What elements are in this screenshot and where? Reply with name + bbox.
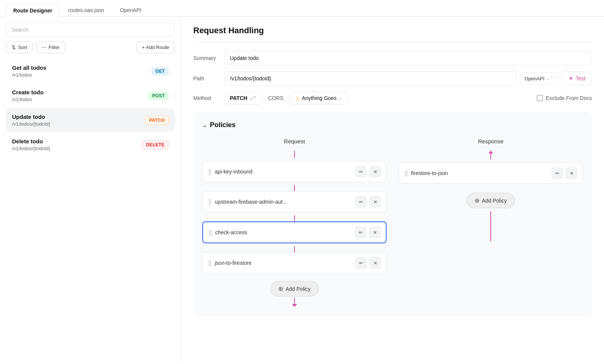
add-policy-label: Add Policy (285, 286, 310, 292)
tab-bar: Route Designer routes.oas.json OpenAPI (0, 0, 604, 17)
remove-policy-button[interactable]: ✕ (370, 196, 381, 207)
test-button[interactable]: ✦ Test (562, 72, 592, 85)
response-column: Response ⣿ firestore-to-json ✏ (399, 138, 583, 307)
route-path: /v1/todos/{todoId} (12, 146, 50, 151)
cors-label: CORS (268, 95, 283, 101)
close-icon: ✕ (373, 260, 378, 266)
edit-policy-button[interactable]: ✏ (355, 227, 366, 238)
method-label: Method (193, 95, 220, 101)
add-response-policy-button[interactable]: ⊕ Add Policy (467, 193, 515, 208)
summary-row: Summary (193, 51, 592, 65)
filter-icon: ⋯ (42, 45, 46, 50)
remove-policy-button[interactable]: ✕ (566, 167, 577, 179)
route-path: /v1/todos (12, 72, 46, 78)
policy-item-check-access[interactable]: ⣿ check-access ✏ ✕ (202, 221, 387, 243)
main-layout: ⇅ Sort ⋯ Filter + Add Route Get all todo… (0, 17, 604, 362)
policy-item-api-key-inbound[interactable]: ⣿ api-key-inbound ✏ ✕ (202, 161, 387, 182)
remove-policy-button[interactable]: ✕ (369, 227, 381, 238)
policy-item-upstream-firebase[interactable]: ⣿ upstream-firebase-admin-aut... ✏ ✕ (202, 191, 387, 212)
policies-header: ⌄ Policies (202, 121, 583, 129)
route-name: Delete todo (12, 138, 50, 144)
pencil-icon: ✏ (359, 199, 363, 205)
edit-policy-button[interactable]: ✏ (355, 166, 367, 177)
add-request-policy-button[interactable]: ⊕ Add Policy (270, 281, 318, 296)
route-path: /v1/todos/{todoId} (12, 121, 50, 127)
policy-name: json-to-firestore (215, 260, 352, 266)
drag-handle-icon: ⣿ (208, 199, 212, 205)
collapse-policies-icon[interactable]: ⌄ (202, 122, 207, 128)
route-name: Get all todos (12, 65, 46, 71)
sort-label: Sort (18, 45, 27, 50)
policy-name: api-key-inbound (215, 169, 352, 175)
drag-handle-icon: ⣿ (404, 170, 408, 176)
edit-policy-button[interactable]: ✏ (355, 196, 367, 207)
tab-routes-oas[interactable]: routes.oas.json (61, 4, 111, 16)
close-icon: ✕ (373, 169, 378, 175)
toolbar: ⇅ Sort ⋯ Filter + Add Route (6, 41, 175, 53)
plus-icon: ⊕ (278, 285, 283, 292)
tab-openapi[interactable]: OpenAPI (112, 4, 148, 16)
filter-button[interactable]: ⋯ Filter (36, 41, 65, 53)
policies-section: ⌄ Policies Request ⣿ api-key-inbound (193, 112, 592, 316)
route-item-create-todo[interactable]: Create todo /v1/todos POST (6, 84, 175, 108)
policies-columns: Request ⣿ api-key-inbound ✏ ✕ (202, 138, 583, 307)
policy-name: upstream-firebase-admin-aut... (215, 199, 352, 205)
exclude-docs-row: Exclude From Docs (537, 95, 592, 101)
route-item-get-all-todos[interactable]: Get all todos /v1/todos GET (6, 59, 175, 83)
add-route-label: + Add Route (142, 45, 169, 50)
edit-policy-button[interactable]: ✏ (552, 167, 563, 179)
drag-handle-icon: ⣿ (208, 229, 212, 235)
summary-label: Summary (193, 55, 220, 61)
method-badge-delete: DELETE (142, 140, 169, 149)
chevron-cors-icon: ⌄ (339, 96, 342, 101)
openapi-label: OpenAPI (525, 76, 545, 81)
request-column: Request ⣿ api-key-inbound ✏ ✕ (202, 138, 387, 307)
summary-input[interactable] (224, 51, 592, 65)
remove-policy-button[interactable]: ✕ (370, 257, 381, 269)
path-label: Path (193, 75, 220, 81)
policy-item-firestore-to-json[interactable]: ⣿ firestore-to-json ✏ ✕ (399, 163, 583, 184)
tab-route-designer[interactable]: Route Designer (6, 4, 59, 17)
sparkle-icon: ✦ (569, 75, 573, 82)
close-icon: ✕ (570, 170, 574, 176)
route-item-update-todo[interactable]: Update todo /v1/todos/{todoId} PATCH (6, 108, 175, 132)
search-input[interactable] (6, 23, 175, 37)
remove-policy-button[interactable]: ✕ (370, 166, 381, 177)
cors-value: Anything Goes (302, 95, 337, 101)
left-panel: ⇅ Sort ⋯ Filter + Add Route Get all todo… (0, 17, 181, 362)
close-icon: ✕ (373, 230, 377, 235)
response-column-header: Response (478, 138, 504, 144)
method-badge-post: POST (148, 92, 169, 100)
request-column-header: Request (284, 138, 305, 144)
method-selector[interactable]: PATCH ⌄⌃ (224, 92, 262, 104)
path-row: Path OpenAPI ⌄⌃ ✦ Test (193, 71, 592, 86)
filter-label: Filter (49, 45, 60, 50)
method-badge-patch: PATCH (145, 116, 169, 125)
chevron-updown-icon: ⌄⌃ (547, 76, 553, 81)
method-value: PATCH (230, 95, 247, 101)
exclude-docs-label: Exclude From Docs (546, 95, 592, 101)
method-badge-get: GET (151, 67, 169, 75)
sort-button[interactable]: ⇅ Sort (6, 41, 33, 53)
add-route-button[interactable]: + Add Route (136, 41, 175, 53)
right-panel: Request Handling Summary Path OpenAPI ⌄⌃… (181, 17, 604, 362)
plus-icon: ⊕ (475, 197, 479, 204)
policy-name: firestore-to-json (411, 170, 549, 176)
policy-item-json-to-firestore[interactable]: ⣿ json-to-firestore ✏ ✕ (202, 252, 387, 273)
route-name: Update todo (12, 114, 50, 120)
warning-icon: ⚠ (295, 95, 300, 101)
cors-selector[interactable]: ⚠ Anything Goes ⌄ (290, 92, 348, 104)
edit-policy-button[interactable]: ✏ (355, 257, 367, 269)
drag-handle-icon: ⣿ (208, 260, 212, 266)
pencil-icon: ✏ (555, 170, 559, 176)
openapi-selector[interactable]: OpenAPI ⌄⌃ (520, 72, 559, 85)
route-item-delete-todo[interactable]: Delete todo /v1/todos/{todoId} DELETE (6, 133, 175, 157)
exclude-docs-checkbox[interactable] (537, 95, 543, 101)
path-input[interactable] (224, 71, 516, 86)
route-list: Get all todos /v1/todos GET Create todo … (6, 59, 175, 157)
route-name: Create todo (12, 89, 43, 95)
policy-name: check-access (215, 229, 352, 235)
pencil-icon: ✏ (359, 260, 363, 266)
test-label: Test (576, 75, 586, 81)
sort-icon: ⇅ (12, 45, 16, 50)
